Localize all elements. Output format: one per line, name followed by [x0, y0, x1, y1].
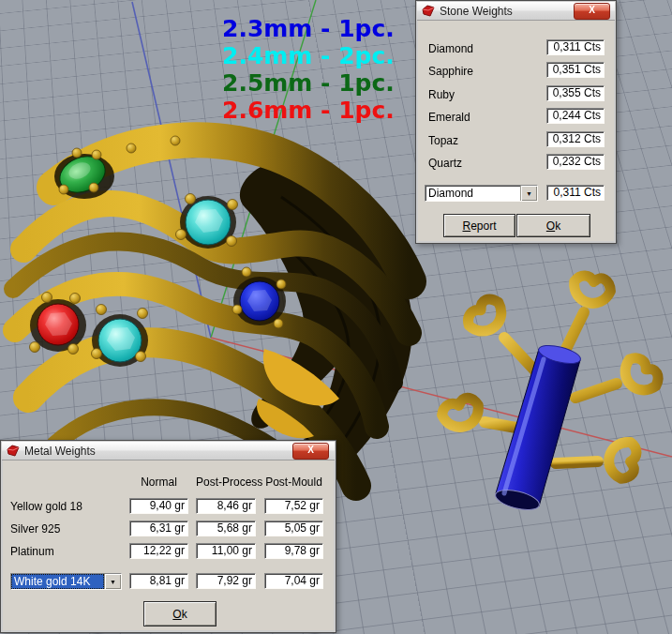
metal-label: Silver 925 — [10, 522, 60, 536]
dialog-title: Stone Weights — [440, 5, 513, 18]
metal-weights-titlebar[interactable]: Metal Weights — [2, 442, 335, 460]
stone-label: Topaz — [428, 134, 458, 147]
metal-weight-field[interactable]: 7,52 gr — [264, 498, 323, 514]
chevron-down-icon[interactable]: ▼ — [520, 186, 537, 201]
gem-topaz-2[interactable] — [92, 305, 149, 368]
stone-label: Quartz — [428, 157, 462, 170]
metal-weight-field[interactable]: 8,46 gr — [196, 498, 256, 514]
application-window: 2.3mm - 1pc. 2.4mm - 2pc. 2.5mm - 1pc. 2… — [0, 0, 672, 634]
stone-label: Diamond — [428, 42, 473, 55]
stone-weight-field[interactable]: 0,311 Cts — [546, 39, 605, 55]
stone-select-value: Diamond — [426, 186, 520, 201]
selected-stone-weight-field[interactable]: 0,311 Cts — [546, 185, 605, 201]
chevron-down-icon[interactable]: ▼ — [104, 574, 121, 589]
metal-weight-field[interactable]: 9,40 gr — [129, 498, 188, 514]
close-icon[interactable]: X — [574, 3, 610, 20]
stone-weight-field[interactable]: 0,244 Cts — [546, 108, 605, 124]
metal-weight-field[interactable]: 11,00 gr — [196, 543, 256, 559]
metal-weight-field[interactable]: 7,92 gr — [196, 573, 256, 589]
metal-weight-field[interactable]: 5,68 gr — [196, 521, 256, 536]
close-icon[interactable]: X — [292, 443, 329, 460]
metal-select-dropdown[interactable]: White gold 14K ▼ — [10, 573, 122, 590]
annotation-line: 2.6mm - 1pc. — [222, 97, 395, 124]
column-header: Post-Mould — [264, 476, 323, 489]
annotation-line: 2.5mm - 1pc. — [222, 69, 395, 97]
report-button[interactable]: Report — [443, 214, 515, 237]
metal-weight-field[interactable]: 12,22 gr — [129, 543, 188, 559]
casting-tree-model[interactable] — [440, 272, 664, 514]
annotation-line: 2.4mm - 2pc. — [222, 42, 395, 69]
metal-label: Platinum — [10, 545, 54, 558]
column-header: Post-Process — [196, 476, 256, 489]
metal-weights-dialog: Metal Weights X Normal Post-Process Post… — [0, 440, 336, 633]
metal-weight-field[interactable]: 5,05 gr — [264, 521, 323, 536]
column-header: Normal — [129, 476, 188, 489]
annotation-line: 2.3mm - 1pc. — [222, 15, 395, 42]
metal-weight-field[interactable]: 6,31 gr — [129, 521, 188, 536]
stone-weight-field[interactable]: 0,312 Cts — [546, 131, 605, 147]
stone-weight-field[interactable]: 0,355 Cts — [546, 85, 605, 101]
ok-button[interactable]: Ok — [143, 601, 217, 626]
metal-label: Yellow gold 18 — [10, 500, 82, 513]
ok-button[interactable]: Ok — [516, 214, 590, 237]
app-gem-icon — [422, 5, 435, 17]
metal-weight-field[interactable]: 9,78 gr — [264, 543, 323, 559]
dialog-title: Metal Weights — [24, 445, 96, 458]
stone-select-dropdown[interactable]: Diamond ▼ — [425, 185, 538, 202]
stone-size-annotations: 2.3mm - 1pc. 2.4mm - 2pc. 2.5mm - 1pc. 2… — [222, 15, 395, 124]
metal-select-value: White gold 14K — [11, 574, 104, 589]
stone-weights-dialog: Stone Weights X Diamond 0,311 Cts Sapphi… — [415, 0, 617, 244]
stone-label: Ruby — [428, 88, 455, 101]
stone-label: Sapphire — [428, 65, 473, 78]
stone-weight-field[interactable]: 0,232 Cts — [546, 154, 605, 170]
stone-weight-field[interactable]: 0,351 Cts — [546, 62, 605, 78]
app-gem-icon — [7, 445, 20, 457]
metal-weight-field[interactable]: 7,04 gr — [264, 573, 323, 589]
stone-label: Emerald — [428, 111, 470, 124]
metal-weight-field[interactable]: 8,81 gr — [129, 573, 188, 589]
